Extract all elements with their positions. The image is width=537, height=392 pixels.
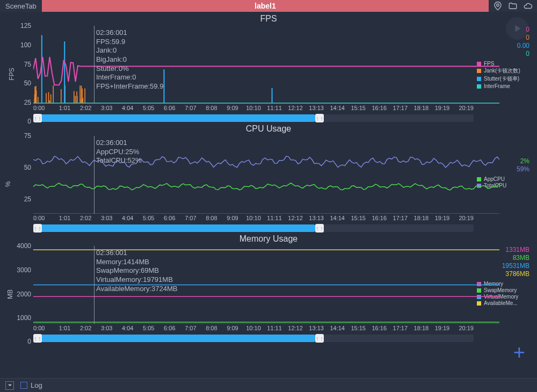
x-axis: 0:001:012:023:034:045:056:067:078:089:09… [8, 325, 474, 331]
x-axis: 0:001:012:023:034:045:056:067:078:089:09… [8, 105, 474, 111]
log-label: Log [31, 381, 42, 389]
y-axis: FPS 125 100 75 50 25 0 [8, 26, 33, 122]
cloud-icon[interactable] [523, 1, 533, 11]
footer: Log [0, 378, 537, 392]
title-label: label1 [42, 0, 489, 12]
range-handle-right[interactable]: ⋮⋮ [315, 334, 324, 343]
header-icons [489, 0, 537, 12]
chart-title: Memory Usage [8, 234, 529, 244]
plot-area[interactable]: FPS 125 100 75 50 25 0 02:36:001 FPS:59.… [8, 26, 474, 122]
cpu-chart: CPU Usage % 75 50 25 02:36:001 AppCPU:25… [0, 122, 537, 232]
location-pin-icon[interactable] [493, 1, 503, 11]
range-handle-left[interactable]: ⋮⋮ [33, 334, 42, 343]
dropdown-icon[interactable] [5, 381, 14, 390]
range-slider[interactable]: ⋮⋮ ⋮⋮ [33, 114, 474, 122]
range-slider[interactable]: ⋮⋮ ⋮⋮ [33, 224, 474, 232]
memory-chart: Memory Usage MB 4000 3000 2000 1000 0 02… [0, 232, 537, 342]
folder-icon[interactable] [508, 1, 518, 11]
chart-title: FPS [8, 14, 529, 24]
range-slider[interactable]: ⋮⋮ ⋮⋮ [33, 335, 474, 342]
cursor-line [94, 136, 95, 214]
y-axis: MB 4000 3000 2000 1000 0 [8, 246, 33, 342]
scene-tab[interactable]: SceneTab [0, 0, 42, 12]
range-handle-left[interactable]: ⋮⋮ [33, 224, 42, 233]
add-button[interactable]: + [513, 341, 525, 364]
chart-title: CPU Usage [8, 124, 529, 134]
y-axis: % 75 50 25 [8, 136, 33, 232]
header: SceneTab label1 [0, 0, 537, 12]
x-axis: 0:001:012:023:034:045:056:067:078:089:09… [8, 215, 474, 221]
range-handle-left[interactable]: ⋮⋮ [33, 114, 42, 122]
svg-point-0 [497, 4, 499, 6]
plot-area[interactable]: MB 4000 3000 2000 1000 0 02:36:001 Memor… [8, 246, 474, 342]
range-handle-right[interactable]: ⋮⋮ [315, 114, 324, 122]
range-handle-right[interactable]: ⋮⋮ [315, 224, 324, 233]
fps-chart: FPS FPS 125 100 75 50 25 0 02:36:001 FPS… [0, 12, 537, 122]
log-checkbox[interactable] [20, 382, 27, 389]
plot-area[interactable]: % 75 50 25 02:36:001 AppCPU:25% TotalCPU… [8, 136, 474, 232]
cursor-line [94, 26, 95, 104]
cursor-line [94, 246, 95, 324]
